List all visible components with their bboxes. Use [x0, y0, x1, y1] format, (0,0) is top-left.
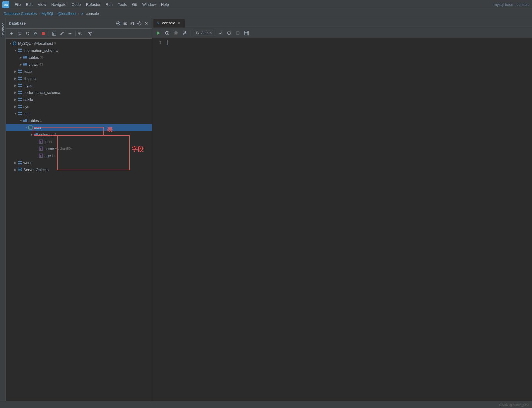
tree-item-test[interactable]: ▾ test [6, 110, 152, 117]
menu-run[interactable]: Run [103, 1, 115, 8]
tree-arrow-test[interactable]: ▾ [13, 111, 18, 116]
tree-arrow-mysql[interactable]: ▾ [8, 41, 12, 45]
tree-item-tables-1[interactable]: ▾ tables 1 [6, 117, 152, 124]
tree-arrow-user[interactable]: ▾ [24, 125, 28, 130]
svg-rect-6 [42, 32, 45, 35]
console-tab[interactable]: console ✕ [153, 19, 185, 27]
svg-point-53 [21, 170, 21, 171]
gl-btn[interactable]: GL [77, 30, 83, 37]
grid-btn[interactable] [243, 29, 250, 37]
stop-query-btn[interactable] [172, 29, 180, 37]
menu-help[interactable]: Help [159, 1, 171, 8]
tree-label-perf-schema: performance_schema [23, 90, 60, 95]
tree-item-sakila[interactable]: ▶ sakila [6, 96, 152, 103]
schema-icon-world [18, 160, 22, 165]
table-icon-user [28, 125, 33, 130]
add-datasource-icon[interactable] [116, 21, 121, 26]
history-btn[interactable] [163, 29, 171, 37]
run-btn[interactable] [155, 29, 162, 37]
menu-window[interactable]: Window [140, 1, 158, 8]
settings-icon[interactable] [137, 21, 142, 26]
refresh-btn[interactable] [24, 30, 31, 37]
rollback-btn[interactable] [225, 29, 233, 37]
svg-point-8 [71, 33, 71, 34]
tree-arrow-itheima[interactable]: ▶ [13, 76, 18, 80]
tree-item-col-name[interactable]: ▶ name varchar(50) [6, 145, 152, 152]
tree-item-user[interactable]: ▾ user [6, 124, 152, 131]
menu-edit[interactable]: Edit [24, 1, 35, 8]
tree-item-sys[interactable]: ▶ sys [6, 103, 152, 110]
tree-arrow-perf-schema[interactable]: ▶ [13, 90, 18, 94]
menu-tools[interactable]: Tools [116, 1, 129, 8]
console-editor[interactable]: 1 [152, 38, 532, 401]
tree-item-performance-schema[interactable]: ▶ performance_schema [6, 89, 152, 96]
tree-label-info-schema: information_schema [23, 48, 58, 53]
menu-navigate[interactable]: Navigate [49, 1, 69, 8]
tree-arrow-tables-1[interactable]: ▾ [19, 118, 23, 123]
tree-arrow-tables-36[interactable]: ▶ [19, 55, 23, 59]
tree-item-information-schema[interactable]: ▾ information_schema [6, 47, 152, 54]
tree-item-itheima[interactable]: ▶ itheima [6, 75, 152, 82]
align-icon[interactable] [123, 21, 128, 26]
tree-item-server-objects[interactable]: ▶ Server Objects [6, 166, 152, 173]
tree-arrow-sakila[interactable]: ▶ [13, 97, 18, 101]
stop-btn[interactable] [40, 30, 47, 37]
menu-view[interactable]: View [35, 1, 48, 8]
copy-btn[interactable] [16, 30, 23, 37]
tree-item-tables-36[interactable]: ▶ tables 36 [6, 54, 152, 61]
commit-btn[interactable] [216, 29, 224, 37]
svg-rect-15 [20, 70, 22, 71]
wrench-btn[interactable] [181, 29, 189, 37]
tree-arrow-columns-3[interactable]: ▾ [29, 132, 33, 137]
app-logo: DG [2, 1, 9, 8]
console-toolbar: Tx: Auto [152, 28, 532, 38]
menu-git[interactable]: Git [130, 1, 139, 8]
schema-btn[interactable] [32, 30, 39, 37]
tree-label-server-objects: Server Objects [23, 168, 49, 172]
tree-item-columns-3[interactable]: ▾ columns 3 [6, 131, 152, 138]
schema-icon-sys [18, 104, 22, 109]
editor-line-1[interactable] [167, 40, 530, 45]
tree-item-col-age[interactable]: ▶ age int [6, 152, 152, 159]
tree-arrow-info-schema[interactable]: ▾ [13, 48, 18, 52]
close-panel-icon[interactable]: ✕ [144, 21, 149, 26]
menu-code[interactable]: Code [69, 1, 83, 8]
tree-arrow-mysql-db[interactable]: ▶ [13, 83, 18, 87]
jump-btn[interactable] [66, 30, 73, 37]
menu-file[interactable]: File [12, 1, 23, 8]
tree-arrow-server-objects[interactable]: ▶ [13, 168, 18, 172]
sidebar-database-label[interactable]: Database [1, 20, 5, 39]
svg-rect-40 [18, 114, 20, 115]
tx-dropdown[interactable]: Tx: Auto [193, 30, 215, 36]
breadcrumb-database-consoles[interactable]: Database Consoles [4, 11, 37, 16]
table-btn[interactable] [51, 30, 58, 37]
tree-arrow-itcast[interactable]: ▶ [13, 69, 18, 73]
tree-item-mysql-localhost[interactable]: ▾ MySQL - @localhost 9 [6, 40, 152, 47]
console-sep-1 [191, 30, 191, 36]
svg-rect-22 [18, 84, 20, 85]
svg-rect-18 [18, 77, 20, 78]
tree-arrow-views-43[interactable]: ▶ [19, 62, 23, 66]
cancel-btn[interactable] [234, 29, 242, 37]
tree-item-world[interactable]: ▶ world [6, 159, 152, 166]
svg-rect-26 [18, 91, 20, 92]
tree-item-col-id[interactable]: ▶ id int [6, 138, 152, 145]
folder-icon-columns-3 [33, 132, 38, 137]
tree-arrow-world[interactable]: ▶ [13, 161, 18, 165]
sort-icon[interactable] [130, 21, 135, 26]
add-btn[interactable] [8, 30, 15, 37]
tree-item-views-43[interactable]: ▶ views 43 [6, 61, 152, 68]
tree-item-itcast[interactable]: ▶ itcast [6, 68, 152, 75]
svg-rect-14 [18, 70, 20, 71]
filter-btn[interactable] [87, 30, 94, 37]
tree-count-columns-3: 3 [54, 133, 56, 136]
breadcrumb-mysql-localhost[interactable]: MySQL - @localhost [42, 11, 76, 16]
tree-arrow-sys[interactable]: ▶ [13, 104, 18, 109]
menu-refactor[interactable]: Refactor [84, 1, 103, 8]
schema-icon-perf [18, 90, 22, 95]
edit-btn[interactable] [59, 30, 66, 37]
console-tab-close[interactable]: ✕ [177, 21, 181, 25]
tree-label-world: world [23, 161, 32, 165]
tree-item-mysql[interactable]: ▶ mysql [6, 82, 152, 89]
svg-rect-57 [175, 32, 177, 34]
